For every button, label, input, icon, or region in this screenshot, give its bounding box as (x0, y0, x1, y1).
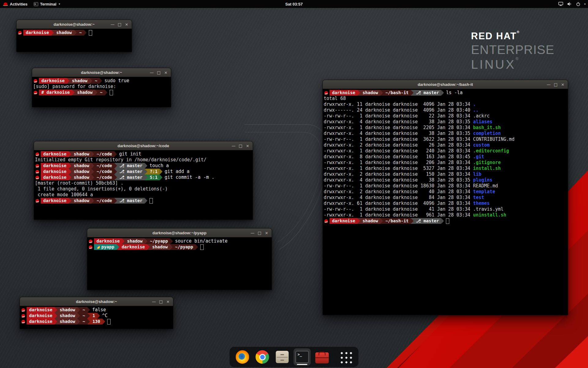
powerline-arrow-icon (95, 90, 97, 95)
output-text: drwxrwxr-x. 11 darknoise darknoise 4096 … (324, 102, 473, 107)
terminal-dock-item[interactable]: >_ (294, 348, 311, 366)
terminal-content[interactable]: darknoiseshadow~sudo true[sudo] password… (32, 77, 171, 107)
close-button[interactable]: × (263, 229, 270, 236)
window-titlebar[interactable]: darknoise@shadow:~/pyapp — □ × (87, 228, 272, 237)
minimize-button[interactable]: — (249, 229, 256, 236)
terminal-window[interactable]: darknoise@shadow:~ — □ × darknoiseshadow… (20, 297, 173, 329)
close-button[interactable]: × (123, 21, 130, 28)
powerline-arrow-icon (55, 307, 57, 313)
powerline-arrow-icon (55, 313, 57, 319)
powerline-arrow-icon (380, 90, 383, 96)
command-text: git add a (164, 169, 189, 174)
window-titlebar[interactable]: darknoise@shadow:~/bash-it — □ × (323, 80, 568, 89)
prompt-segment-host: shadow (150, 244, 170, 250)
terminal-content[interactable]: darknoiseshadow~falsedarknoiseshadow~1^C… (20, 306, 173, 329)
activities-label: Activities (10, 2, 28, 6)
appgrid-dock-item[interactable] (337, 348, 354, 366)
window-titlebar[interactable]: darknoise@shadow:~ — □ × (32, 68, 171, 77)
window-titlebar[interactable]: darknoise@shadow:~/code — □ × (34, 141, 253, 150)
minimize-button[interactable]: — (109, 21, 116, 28)
window-title: darknoise@shadow:~ (76, 299, 117, 304)
prompt-segment-user: darknoise (119, 244, 147, 250)
powerline-arrow-icon (114, 151, 117, 157)
minimize-button[interactable]: — (230, 142, 237, 149)
prompt-segment-user: darknoise (330, 90, 357, 96)
prompt-segment-user: darknoise (94, 238, 122, 244)
firefox-dock-item[interactable] (234, 348, 251, 366)
powerline-arrow-icon (114, 174, 117, 180)
terminal-line: drwxrwxr-x. 2 darknoise darknoise 26 Jan… (324, 142, 567, 148)
terminal-line: darknoiseshadow~/bash-it⎇ master (324, 218, 567, 224)
close-button[interactable]: × (162, 69, 169, 76)
clock[interactable]: Sat 03:57 (285, 0, 303, 8)
maximize-button[interactable]: □ (237, 142, 244, 149)
terminal-line: darknoiseshadow~false (21, 307, 172, 313)
executable-name: bash_it.sh (473, 125, 501, 131)
prompt-segment-host: shadow (75, 90, 95, 95)
prompt-segment-dirty: ?:1 (147, 169, 160, 174)
close-button[interactable]: × (164, 298, 172, 305)
terminal-content[interactable]: darknoiseshadow~/codegit initInitialized… (34, 150, 253, 220)
terminal-window[interactable]: darknoise@shadow:~/code — □ × darknoises… (34, 141, 253, 220)
powerline-arrow-icon (160, 174, 162, 180)
prompt-segment-path: ~/code (94, 163, 114, 169)
terminal-line: drwxrwxr-x. 61 darknoise darknoise 4096 … (324, 201, 567, 206)
close-button[interactable]: × (559, 81, 566, 88)
terminal-line: -rwxrwxr-x. 1 darknoise darknoise 5327 J… (324, 166, 567, 171)
minimize-button[interactable]: — (150, 298, 157, 305)
powerline-arrow-icon (69, 163, 71, 169)
output-text: drwxrwxr-x. 4 darknoise darknoise 84 Jan… (324, 195, 473, 201)
files-dock-item[interactable] (274, 348, 291, 366)
terminal-content[interactable]: darknoiseshadow~/bash-it⎇ masterls -lato… (323, 89, 568, 315)
minimize-button[interactable]: — (148, 69, 155, 76)
prompt-segment-path: ~/bash-it (383, 90, 411, 96)
window-titlebar[interactable]: darknoise@shadow:~ — □ × (17, 20, 132, 29)
terminal-window[interactable]: darknoise@shadow:~/pyapp — □ × darknoise… (87, 228, 272, 290)
terminal-icon: >_ (296, 351, 309, 363)
maximize-button[interactable]: □ (155, 69, 162, 76)
desktop-background[interactable]: RED HAT® ENTERPRISE LINUX® darknoise@sha… (0, 0, 588, 368)
powerline-arrow-icon (160, 169, 162, 174)
terminal-window[interactable]: darknoise@shadow:~ — □ × darknoiseshadow… (32, 68, 171, 107)
powerline-arrow-icon (89, 78, 92, 84)
prompt-segment-host: shadow (360, 90, 380, 96)
prompt-segment-host: shadow (71, 174, 92, 180)
terminal-window[interactable]: darknoise@shadow:~ — □ × darknoiseshadow… (16, 20, 132, 52)
powerline-arrow-icon (145, 198, 147, 204)
redhat-prompt-icon (36, 152, 39, 156)
prompt-segment-path: ~/bash-it (383, 218, 411, 224)
toolbox-dock-item[interactable] (314, 348, 331, 366)
display-icon (558, 2, 563, 6)
output-text: -rw-rw-r--. 1 darknoise darknoise 18630 … (324, 183, 473, 189)
app-menu-terminal[interactable]: Terminal ▼ (31, 0, 64, 8)
activities-button[interactable]: Activities (0, 0, 31, 8)
prompt-segment-host: shadow (57, 313, 77, 319)
redhat-prompt-icon (21, 314, 25, 318)
file-name: CONTRIBUTING.md (473, 136, 514, 142)
output-text: -rwxrwxr-x. 1 darknoise darknoise 961 Ja… (324, 212, 473, 218)
chrome-dock-item[interactable] (254, 348, 271, 366)
maximize-button[interactable]: □ (157, 298, 164, 305)
powerline-arrow-icon (441, 218, 444, 224)
prompt-segment-host: shadow (71, 198, 92, 204)
close-button[interactable]: × (244, 142, 251, 149)
window-titlebar[interactable]: darknoise@shadow:~ — □ × (20, 297, 173, 306)
output-text: create mode 100644 a (35, 192, 93, 198)
terminal-window[interactable]: darknoise@shadow:~/bash-it — □ × darknoi… (322, 80, 568, 315)
file-name: .ackrc (473, 113, 490, 119)
terminal-line: darknoiseshadow~sudo true (33, 78, 170, 84)
terminal-content[interactable]: darknoiseshadow~ (17, 29, 132, 52)
system-status-area[interactable]: ▾ (558, 0, 586, 8)
terminal-app-icon (34, 2, 38, 6)
powerline-arrow-icon (69, 151, 71, 157)
registered-mark-icon: ® (517, 30, 520, 34)
output-text: -rwxrwxr-x. 1 darknoise darknoise 206 Ja… (324, 160, 473, 166)
maximize-button[interactable]: □ (116, 21, 123, 28)
powerline-arrow-icon (91, 169, 94, 174)
maximize-button[interactable]: □ (552, 81, 559, 88)
redhat-logo-icon (3, 2, 8, 6)
terminal-content[interactable]: darknoiseshadow~/pyappsource bin/activat… (87, 237, 272, 290)
maximize-button[interactable]: □ (256, 229, 263, 236)
powerline-arrow-icon (145, 169, 147, 174)
minimize-button[interactable]: — (545, 81, 552, 88)
